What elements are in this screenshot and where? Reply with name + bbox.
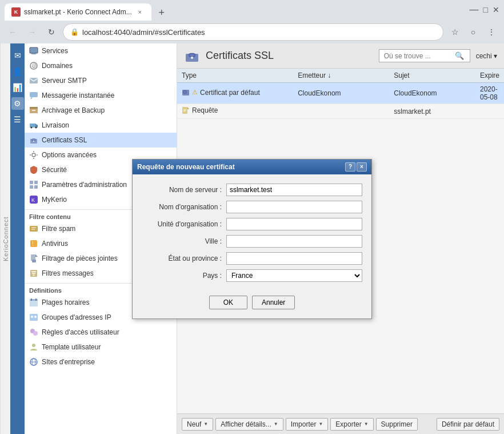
serveur-label: Nom de serveur : bbox=[142, 186, 222, 194]
etat-label: État ou province : bbox=[142, 254, 222, 262]
serveur-input[interactable] bbox=[226, 184, 362, 196]
menu-icon[interactable]: ⋮ bbox=[483, 24, 499, 40]
unite-label: Unité d'organisation : bbox=[142, 220, 222, 228]
dialog-overlay: Requête de nouveau certificat ? × Nom de… bbox=[0, 43, 504, 434]
dialog-footer: OK Annuler bbox=[133, 291, 371, 318]
dialog-titlebar: Requête de nouveau certificat ? × bbox=[133, 160, 371, 174]
window-close-btn[interactable]: ✕ bbox=[493, 5, 499, 14]
form-row-serveur: Nom de serveur : bbox=[142, 184, 362, 196]
dialog-form: Nom de serveur : Nom d'organisation : Un… bbox=[142, 184, 362, 282]
dialog-title: Requête de nouveau certificat bbox=[137, 163, 345, 171]
unite-input[interactable] bbox=[226, 218, 362, 230]
dialog-body: Nom de serveur : Nom d'organisation : Un… bbox=[133, 174, 371, 291]
organisation-input[interactable] bbox=[226, 201, 362, 213]
ville-input[interactable] bbox=[226, 235, 362, 248]
pays-select[interactable]: France Allemagne Belgique Suisse Canada … bbox=[227, 270, 362, 281]
form-row-ville: Ville : bbox=[142, 235, 362, 248]
dialog-help-btn[interactable]: ? bbox=[345, 162, 355, 172]
reload-button[interactable]: ↻ bbox=[43, 24, 59, 40]
window-maximize-btn[interactable]: □ bbox=[483, 5, 488, 14]
window-minimize-btn[interactable]: — bbox=[470, 5, 479, 15]
form-row-organisation: Nom d'organisation : bbox=[142, 201, 362, 213]
url-bar[interactable]: 🔒 localhost:4040/admin/#sslCertificates bbox=[63, 23, 443, 41]
account-icon[interactable]: ○ bbox=[465, 24, 481, 40]
ville-label: Ville : bbox=[142, 237, 222, 245]
pays-select-wrapper[interactable]: France Allemagne Belgique Suisse Canada … bbox=[226, 269, 362, 282]
address-bar: ← → ↻ 🔒 localhost:4040/admin/#sslCertifi… bbox=[0, 21, 504, 43]
address-bar-icons: ☆ ○ ⋮ bbox=[447, 24, 499, 40]
form-row-etat: État ou province : bbox=[142, 252, 362, 265]
tab-title: sslmarket.pt - Kerio Connect Adm... bbox=[24, 8, 132, 16]
forward-button[interactable]: → bbox=[24, 24, 40, 40]
lock-icon: 🔒 bbox=[70, 28, 79, 36]
dialog: Requête de nouveau certificat ? × Nom de… bbox=[132, 159, 372, 319]
etat-input[interactable] bbox=[226, 252, 362, 265]
tab-close-btn[interactable]: × bbox=[135, 7, 145, 17]
dialog-close-btn[interactable]: × bbox=[357, 162, 367, 172]
bookmark-icon[interactable]: ☆ bbox=[447, 24, 463, 40]
dialog-cancel-button[interactable]: Annuler bbox=[252, 296, 295, 309]
back-button[interactable]: ← bbox=[5, 24, 21, 40]
dialog-ok-button[interactable]: OK bbox=[209, 296, 247, 309]
tab-favicon: K bbox=[11, 7, 21, 17]
form-row-pays: Pays : France Allemagne Belgique Suisse … bbox=[142, 269, 362, 282]
browser-tab[interactable]: K sslmarket.pt - Kerio Connect Adm... × bbox=[5, 3, 151, 21]
url-text: localhost:4040/admin/#sslCertificates bbox=[82, 28, 436, 37]
pays-label: Pays : bbox=[142, 272, 222, 280]
organisation-label: Nom d'organisation : bbox=[142, 203, 222, 211]
new-tab-button[interactable]: + bbox=[154, 5, 170, 21]
dialog-buttons: ? × bbox=[345, 162, 367, 172]
form-row-unite: Unité d'organisation : bbox=[142, 218, 362, 230]
